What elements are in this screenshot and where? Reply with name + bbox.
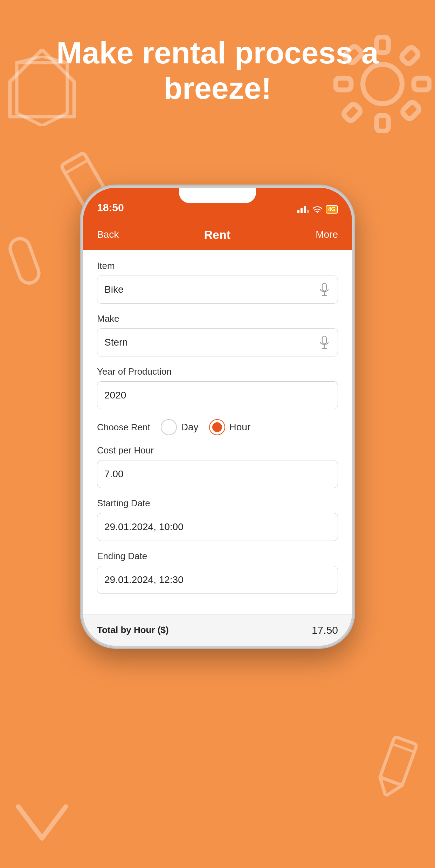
- form-content: Item Bike Make Stern: [83, 250, 352, 614]
- total-bar: Total by Hour ($) 17.50: [83, 614, 352, 646]
- ending-date-field[interactable]: 29.01.2024, 12:30: [97, 566, 338, 594]
- phone-shell: 18:50 4G: [81, 186, 354, 648]
- phone-mockup: 18:50 4G: [81, 186, 354, 648]
- status-bar: 18:50 4G: [83, 188, 352, 219]
- starting-date-value: 29.01.2024, 10:00: [104, 521, 184, 533]
- svg-rect-16: [7, 236, 42, 286]
- total-value: 17.50: [312, 624, 338, 636]
- signal-bars-icon: [297, 206, 309, 213]
- more-button[interactable]: More: [316, 229, 338, 240]
- ending-date-value: 29.01.2024, 12:30: [104, 574, 184, 585]
- hour-option-label: Hour: [229, 422, 251, 433]
- svg-marker-18: [375, 777, 402, 800]
- choose-rent-label: Choose Rent: [97, 422, 150, 433]
- arrow-icon-deco-bottom: [11, 791, 74, 854]
- svg-rect-21: [322, 283, 326, 291]
- make-value: Stern: [104, 337, 128, 348]
- nav-bar: Back Rent More: [83, 219, 352, 250]
- hour-radio[interactable]: [209, 419, 225, 435]
- day-option-label: Day: [181, 422, 199, 433]
- hero-section: Make rental process a breeze!: [0, 35, 435, 106]
- item-label: Item: [97, 261, 338, 271]
- svg-rect-24: [322, 336, 326, 344]
- day-option[interactable]: Day: [161, 419, 199, 435]
- item-mic-icon[interactable]: [318, 282, 331, 298]
- item-field[interactable]: Bike: [97, 276, 338, 304]
- status-time: 18:50: [97, 202, 124, 214]
- choose-rent-row: Choose Rent Day Hour: [97, 419, 338, 435]
- hour-radio-inner: [212, 422, 222, 432]
- make-field[interactable]: Stern: [97, 328, 338, 356]
- year-value: 2020: [104, 390, 126, 401]
- year-field[interactable]: 2020: [97, 381, 338, 409]
- starting-date-label: Starting Date: [97, 498, 338, 509]
- make-mic-icon[interactable]: [318, 334, 331, 350]
- cost-per-hour-value: 7.00: [104, 468, 124, 480]
- starting-date-field[interactable]: 29.01.2024, 10:00: [97, 513, 338, 541]
- cost-per-hour-label: Cost per Hour: [97, 445, 338, 456]
- make-label: Make: [97, 313, 338, 324]
- nav-title: Rent: [204, 228, 230, 242]
- hero-title: Make rental process a breeze!: [28, 35, 407, 106]
- svg-point-20: [317, 212, 318, 213]
- day-radio[interactable]: [161, 419, 177, 435]
- svg-rect-6: [377, 116, 388, 131]
- hour-option[interactable]: Hour: [209, 419, 251, 435]
- wifi-icon: [312, 206, 322, 213]
- lte-badge: 4G: [326, 205, 338, 214]
- pill-icon-deco: [0, 230, 50, 291]
- cost-per-hour-field[interactable]: 7.00: [97, 460, 338, 488]
- ending-date-label: Ending Date: [97, 551, 338, 562]
- status-icons: 4G: [297, 205, 338, 214]
- pen-icon-deco-right: [359, 727, 434, 806]
- back-button[interactable]: Back: [97, 229, 119, 240]
- svg-line-19: [392, 744, 414, 752]
- total-label: Total by Hour ($): [97, 625, 169, 636]
- notch: [179, 188, 256, 203]
- item-value: Bike: [104, 284, 123, 295]
- year-label: Year of Production: [97, 366, 338, 377]
